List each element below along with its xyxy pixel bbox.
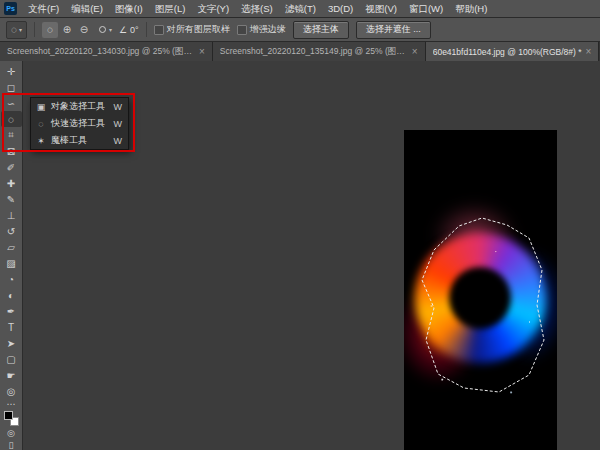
enhance-edge-checkbox[interactable]	[237, 25, 247, 35]
tools-panel: ✛ ◻ ∽ ◌ ⌗ ⊠ ✐ ✚ ✎ ⊥ ↺ ▱ ▨ ◔ ◐ ✒ T ➤ ▢ ☛ …	[0, 61, 23, 450]
document-tab-bar: Screenshot_20220120_134030.jpg @ 25% (图层…	[0, 42, 600, 61]
angle-icon: ∠	[119, 25, 127, 35]
quick-selection-icon: ◌	[35, 119, 47, 129]
flyout-item-label: 对象选择工具	[51, 100, 110, 113]
tool-preset-picker[interactable]: ◌ ▾	[6, 21, 27, 39]
menu-item-3d[interactable]: 3D(D)	[322, 0, 359, 17]
hand-tool[interactable]: ☛	[1, 367, 22, 383]
tab-label: Screenshot_20220120_135149.jpg @ 25% (图层…	[220, 46, 408, 58]
tool-flyout-menu: ▣ 对象选择工具 W ◌ 快速选择工具 W ✶ 魔棒工具 W	[30, 97, 129, 150]
eraser-tool[interactable]: ▱	[1, 239, 22, 255]
menu-item-layer[interactable]: 图层(L)	[149, 0, 192, 17]
brush-tool[interactable]: ✎	[1, 191, 22, 207]
select-and-mask-button[interactable]: 选择并遮住 ...	[356, 21, 431, 39]
menu-bar: Ps 文件(F) 编辑(E) 图像(I) 图层(L) 文字(Y) 选择(S) 滤…	[0, 0, 600, 18]
healing-brush-tool[interactable]: ✚	[1, 175, 22, 191]
document-image[interactable]	[404, 130, 557, 450]
type-tool[interactable]: T	[1, 319, 22, 335]
menu-item-window[interactable]: 窗口(W)	[403, 0, 449, 17]
lasso-tool[interactable]: ∽	[1, 95, 22, 111]
quick-mask-icon[interactable]: ◎	[7, 428, 15, 438]
add-selection-mode-button[interactable]: ⊕	[59, 22, 75, 38]
close-icon[interactable]: ×	[412, 47, 418, 57]
zoom-tool[interactable]: ◎	[1, 383, 22, 399]
sample-all-layers-option[interactable]: 对所有图层取样	[154, 23, 230, 36]
enhance-edge-option[interactable]: 增强边缘	[237, 23, 286, 36]
menu-item-help[interactable]: 帮助(H)	[449, 0, 493, 17]
document-tab-3-active[interactable]: 60e41bfd110e4.jpg @ 100%(RGB/8#) * ×	[426, 42, 600, 61]
move-tool[interactable]: ✛	[1, 63, 22, 79]
quick-selection-tool[interactable]: ◌	[1, 111, 22, 127]
separator	[34, 22, 35, 37]
chevron-down-icon: ▾	[109, 26, 112, 33]
options-bar: ◌ ▾ ◌ ⊕ ⊖ ▾ ∠ 0° 对所有图层取样 增强边缘 选择主体 选择并遮住…	[0, 18, 600, 42]
frame-tool[interactable]: ⊠	[1, 143, 22, 159]
flyout-item-label: 快速选择工具	[51, 117, 110, 130]
foreground-color-swatch[interactable]	[4, 411, 13, 420]
photoshop-logo: Ps	[4, 2, 17, 15]
object-selection-icon: ▣	[35, 102, 47, 112]
edit-toolbar-icon[interactable]: ⋯	[7, 399, 16, 409]
menu-item-filter[interactable]: 滤镜(T)	[279, 0, 322, 17]
brush-size-dropdown[interactable]: ▾	[99, 26, 112, 33]
document-tab-2[interactable]: Screenshot_20220120_135149.jpg @ 25% (图层…	[213, 42, 426, 61]
brush-angle-field[interactable]: ∠ 0°	[119, 25, 139, 35]
tab-label: 60e41bfd110e4.jpg @ 100%(RGB/8#) *	[433, 47, 582, 57]
menu-item-select[interactable]: 选择(S)	[235, 0, 279, 17]
dodge-tool[interactable]: ◐	[1, 287, 22, 303]
flyout-item-quick-selection-tool[interactable]: ◌ 快速选择工具 W	[31, 115, 128, 132]
menu-item-file[interactable]: 文件(F)	[22, 0, 65, 17]
enhance-edge-label: 增强边缘	[250, 23, 286, 36]
flyout-item-shortcut: W	[114, 102, 123, 112]
flyout-item-shortcut: W	[114, 136, 123, 146]
quick-selection-icon: ◌	[11, 24, 17, 35]
blur-tool[interactable]: ◔	[1, 271, 22, 287]
sample-all-layers-label: 对所有图层取样	[167, 23, 230, 36]
eyedropper-tool[interactable]: ✐	[1, 159, 22, 175]
select-subject-button[interactable]: 选择主体	[293, 21, 349, 39]
gradient-tool[interactable]: ▨	[1, 255, 22, 271]
separator	[146, 22, 147, 37]
magic-wand-icon: ✶	[35, 136, 47, 146]
close-icon[interactable]: ×	[199, 47, 205, 57]
flyout-item-magic-wand-tool[interactable]: ✶ 魔棒工具 W	[31, 132, 128, 149]
menu-item-type[interactable]: 文字(Y)	[191, 0, 235, 17]
close-icon[interactable]: ×	[586, 47, 592, 57]
sample-all-layers-checkbox[interactable]	[154, 25, 164, 35]
path-selection-tool[interactable]: ➤	[1, 335, 22, 351]
new-selection-mode-button[interactable]: ◌	[42, 22, 58, 38]
pen-tool[interactable]: ✒	[1, 303, 22, 319]
angle-value: 0°	[130, 25, 139, 35]
selection-mode-group: ◌ ⊕ ⊖	[42, 22, 92, 38]
menu-item-image[interactable]: 图像(I)	[109, 0, 149, 17]
document-tab-1[interactable]: Screenshot_20220120_134030.jpg @ 25% (图层…	[0, 42, 213, 61]
color-swatches[interactable]	[4, 411, 19, 426]
menu-item-view[interactable]: 视图(V)	[359, 0, 403, 17]
tab-label: Screenshot_20220120_134030.jpg @ 25% (图层…	[7, 46, 195, 58]
flyout-item-shortcut: W	[114, 119, 123, 129]
clone-stamp-tool[interactable]: ⊥	[1, 207, 22, 223]
subtract-selection-mode-button[interactable]: ⊖	[76, 22, 92, 38]
selection-marquee	[404, 130, 557, 450]
toolbar-bottom: ⋯ ◎ ▯	[4, 399, 19, 450]
screen-mode-icon[interactable]: ▯	[9, 440, 14, 450]
chevron-down-icon: ▾	[19, 26, 22, 33]
flyout-item-label: 魔棒工具	[51, 134, 110, 147]
marquee-tool[interactable]: ◻	[1, 79, 22, 95]
brush-preview-icon	[99, 26, 106, 33]
menu-item-edit[interactable]: 编辑(E)	[65, 0, 109, 17]
flyout-item-object-selection-tool[interactable]: ▣ 对象选择工具 W	[31, 98, 128, 115]
crop-tool[interactable]: ⌗	[1, 127, 22, 143]
shape-tool[interactable]: ▢	[1, 351, 22, 367]
history-brush-tool[interactable]: ↺	[1, 223, 22, 239]
